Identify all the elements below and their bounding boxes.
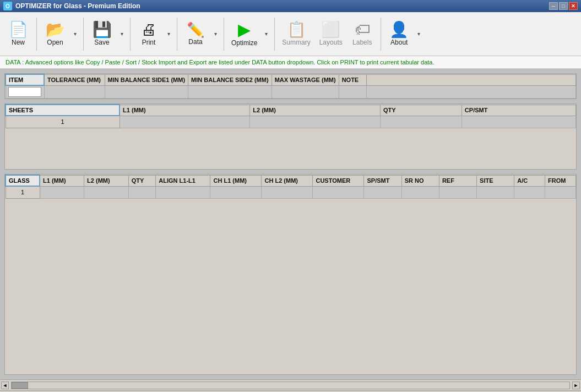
layouts-icon: ⬜ xyxy=(321,22,340,37)
glass-row-from[interactable] xyxy=(545,186,576,198)
glass-col-from: FROM xyxy=(545,175,576,186)
glass-row-site[interactable] xyxy=(477,186,514,198)
about-group: 👤 About ▾ xyxy=(384,15,424,53)
glass-row-ref[interactable] xyxy=(439,186,476,198)
new-icon: 📄 xyxy=(9,22,28,37)
about-button[interactable]: 👤 About xyxy=(384,15,414,53)
labels-label: Labels xyxy=(352,39,372,46)
stock-row-maxwaste[interactable] xyxy=(272,85,339,99)
sep5 xyxy=(224,18,224,51)
glass-col-chl1: CH L1 (MM) xyxy=(210,175,262,186)
print-dropdown-arrow[interactable]: ▾ xyxy=(164,15,173,53)
summary-icon: 📋 xyxy=(287,22,306,37)
glass-table-section: GLASS L1 (MM) L2 (MM) QTY ALIGN L1-L1 CH… xyxy=(4,174,577,375)
sheets-row-qty[interactable] xyxy=(380,116,461,128)
glass-col-l2: L2 (MM) xyxy=(84,175,129,186)
glass-col-site: SITE xyxy=(477,175,514,186)
scroll-track[interactable] xyxy=(11,382,570,389)
stock-row-minbal2[interactable] xyxy=(188,85,272,99)
labels-group: 🏷 Labels xyxy=(347,15,377,53)
minimize-button[interactable]: ─ xyxy=(549,2,558,10)
sheets-col-l1: L1 (MM) xyxy=(120,105,250,116)
summary-label: Summary xyxy=(282,39,310,46)
stock-col-minbal2: MIN BALANCE SIDE2 (MM) xyxy=(188,74,272,85)
glass-col-spsmt: SP/SMT xyxy=(364,175,401,186)
scroll-left-button[interactable]: ◄ xyxy=(1,382,9,389)
stock-row-tolerance[interactable] xyxy=(44,85,105,99)
glass-col-l1: L1 (MM) xyxy=(40,175,84,186)
stock-table: ITEM TOLERANCE (MM) MIN BALANCE SIDE1 (M… xyxy=(5,74,576,99)
glass-row-chl2[interactable] xyxy=(262,186,313,198)
window-title: OPTIMIZER for Glass - Premium Edition xyxy=(15,2,140,10)
stock-row-note[interactable] xyxy=(339,85,366,99)
new-group: 📄 New xyxy=(3,15,33,53)
glass-row-l1[interactable] xyxy=(40,186,84,198)
tables-container: ITEM TOLERANCE (MM) MIN BALANCE SIDE1 (M… xyxy=(0,69,581,379)
new-label: New xyxy=(12,39,25,46)
open-group: 📂 Open ▾ xyxy=(40,15,80,53)
title-bar: O OPTIMIZER for Glass - Premium Edition … xyxy=(0,0,581,12)
glass-row-srno[interactable] xyxy=(401,186,439,198)
glass-table: GLASS L1 (MM) L2 (MM) QTY ALIGN L1-L1 CH… xyxy=(5,175,576,199)
sep7 xyxy=(381,18,381,51)
layouts-group: ⬜ Layouts xyxy=(316,15,346,53)
data-dropdown-arrow[interactable]: ▾ xyxy=(210,15,220,53)
glass-col-srno: SR NO xyxy=(401,175,439,186)
optimize-button[interactable]: ▶ Optimize xyxy=(227,15,261,53)
print-button[interactable]: 🖨 Print xyxy=(134,15,164,53)
summary-button[interactable]: 📋 Summary xyxy=(278,15,314,53)
sep1 xyxy=(36,18,37,51)
stock-row-item xyxy=(6,85,44,99)
print-group: 🖨 Print ▾ xyxy=(134,15,173,53)
save-dropdown-arrow[interactable]: ▾ xyxy=(117,15,127,53)
save-group: 💾 Save ▾ xyxy=(87,15,127,53)
data-group: ✏️ Data ▾ xyxy=(181,15,220,53)
glass-row-l2[interactable] xyxy=(84,186,129,198)
data-button[interactable]: ✏️ Data xyxy=(181,15,210,53)
close-button[interactable]: ✕ xyxy=(569,2,578,10)
scroll-right-button[interactable]: ► xyxy=(572,382,580,389)
new-button[interactable]: 📄 New xyxy=(3,15,33,53)
main-content: ITEM TOLERANCE (MM) MIN BALANCE SIDE1 (M… xyxy=(0,69,581,379)
save-button[interactable]: 💾 Save xyxy=(87,15,117,53)
scroll-thumb[interactable] xyxy=(12,382,28,389)
stock-col-note: NOTE xyxy=(339,74,366,85)
labels-button[interactable]: 🏷 Labels xyxy=(347,15,377,53)
open-button[interactable]: 📂 Open xyxy=(40,15,70,53)
info-bar: DATA : Advanced options like Copy / Past… xyxy=(0,56,581,69)
save-label: Save xyxy=(94,39,109,46)
layouts-button[interactable]: ⬜ Layouts xyxy=(316,15,346,53)
item-input[interactable] xyxy=(8,87,41,97)
sheets-row-num: 1 xyxy=(6,116,120,128)
optimize-dropdown-arrow[interactable]: ▾ xyxy=(261,15,271,53)
glass-row-spsmt[interactable] xyxy=(364,186,401,198)
glass-row-customer[interactable] xyxy=(313,186,364,198)
open-dropdown-arrow[interactable]: ▾ xyxy=(70,15,80,53)
glass-row-chl1[interactable] xyxy=(210,186,262,198)
print-icon: 🖨 xyxy=(141,22,156,37)
about-dropdown-arrow[interactable]: ▾ xyxy=(414,15,424,53)
window-controls: ─ □ ✕ xyxy=(549,2,578,10)
data-icon: ✏️ xyxy=(187,23,204,37)
sheets-col-l2: L2 (MM) xyxy=(250,105,381,116)
stock-row-minbal1[interactable] xyxy=(105,85,188,99)
sheets-row-cpsmt[interactable] xyxy=(461,116,575,128)
optimize-label: Optimize xyxy=(231,39,257,47)
glass-col-customer: CUSTOMER xyxy=(313,175,364,186)
sheets-col-sheets: SHEETS xyxy=(6,105,120,116)
stock-row-extra xyxy=(366,85,575,99)
glass-row-qty[interactable] xyxy=(128,186,156,198)
glass-col-align: ALIGN L1-L1 xyxy=(156,175,210,186)
stock-col-maxwaste: MAX WASTAGE (MM) xyxy=(272,74,339,85)
sheets-row-l1[interactable] xyxy=(120,116,250,128)
sep2 xyxy=(83,18,84,51)
sheets-col-cpsmt: CP/SMT xyxy=(461,105,575,116)
glass-col-chl2: CH L2 (MM) xyxy=(262,175,313,186)
sheets-table-section: SHEETS L1 (MM) L2 (MM) QTY CP/SMT 1 xyxy=(4,104,577,170)
glass-col-qty: QTY xyxy=(128,175,156,186)
sheets-row-l2[interactable] xyxy=(250,116,381,128)
restore-button[interactable]: □ xyxy=(559,2,568,10)
glass-row-align[interactable] xyxy=(156,186,210,198)
glass-row-ac[interactable] xyxy=(514,186,545,198)
sep4 xyxy=(177,18,177,51)
